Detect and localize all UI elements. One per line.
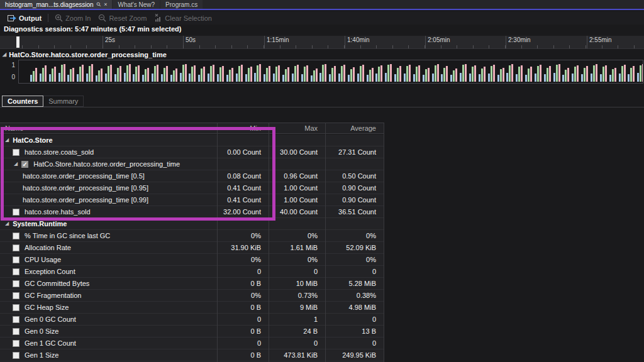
swimlane-header[interactable]: ◢ HatCo.Store.hatco.store.order_processi… bbox=[3, 50, 167, 59]
counter-checkbox[interactable] bbox=[13, 340, 19, 347]
counter-checkbox[interactable] bbox=[13, 268, 19, 275]
histogram-bar bbox=[441, 74, 443, 82]
histogram-bar bbox=[584, 68, 586, 82]
counter-avg-value: 27.31 Count bbox=[325, 148, 380, 156]
counter-max-value: 1.00 Count bbox=[269, 196, 321, 204]
counter-checkbox[interactable] bbox=[13, 256, 19, 263]
counter-max-value: 1 bbox=[269, 315, 321, 323]
y-axis-label-0: 0 bbox=[6, 74, 15, 80]
counter-max-value: 9 MiB bbox=[269, 304, 321, 311]
column-header-name[interactable]: Name bbox=[5, 124, 23, 132]
counter-checkbox[interactable] bbox=[13, 292, 19, 299]
table-group-row[interactable]: ◢HatCo.Store bbox=[0, 134, 384, 146]
column-divider bbox=[325, 123, 326, 362]
counter-checkbox[interactable] bbox=[13, 352, 19, 359]
table-row[interactable]: hatco.store.order_processing_time [0.99]… bbox=[0, 194, 384, 206]
expander-icon[interactable]: ◢ bbox=[5, 221, 9, 226]
counter-checkbox[interactable] bbox=[13, 149, 19, 156]
histogram-bar bbox=[446, 66, 448, 82]
table-row[interactable]: Allocation Rate31.90 KiB1.61 MiB52.09 Ki… bbox=[0, 242, 384, 254]
histogram-cluster bbox=[152, 65, 158, 82]
collapse-icon[interactable]: ◢ bbox=[3, 52, 6, 57]
column-header-min[interactable]: Min bbox=[217, 124, 265, 132]
histogram-bar bbox=[462, 65, 464, 82]
tab-diagsession[interactable]: histogram_man...ts.diagsession ⚲ × bbox=[0, 0, 112, 9]
table-row[interactable]: CPU Usage0%0%0% bbox=[0, 254, 384, 266]
histogram-bar bbox=[275, 67, 277, 82]
table-group-row[interactable]: ◢✓HatCo.Store.hatco.store.order_processi… bbox=[0, 158, 384, 170]
counter-checkbox[interactable] bbox=[13, 304, 19, 311]
table-row[interactable]: Gen 1 GC Count000 bbox=[0, 337, 384, 349]
histogram-bar bbox=[164, 68, 165, 82]
table-row[interactable]: hatco.store.coats_sold0.00 Count30.00 Co… bbox=[0, 146, 384, 158]
swimlane-title: HatCo.Store.hatco.store.order_processing… bbox=[9, 51, 167, 58]
timeline-minor-tick bbox=[264, 45, 264, 48]
zoom-in-label: Zoom In bbox=[65, 14, 91, 22]
reset-zoom-button[interactable]: Reset Zoom bbox=[94, 11, 150, 25]
histogram-plot[interactable] bbox=[18, 60, 643, 84]
table-group-row[interactable]: ◢System.Runtime bbox=[0, 218, 384, 230]
timeline-minor-tick bbox=[521, 45, 522, 48]
counter-checkbox[interactable] bbox=[13, 244, 19, 251]
table-row[interactable]: Gen 0 Size0 B24 B13 B bbox=[0, 326, 384, 337]
table-row[interactable]: Exception Count000 bbox=[0, 266, 384, 278]
table-row[interactable]: GC Heap Size0 B9 MiB4.98 MiB bbox=[0, 302, 384, 314]
counter-min-value: 0.41 Count bbox=[217, 196, 265, 204]
table-row[interactable]: hatco.store.order_processing_time [0.95]… bbox=[0, 182, 384, 194]
histogram-bar bbox=[301, 74, 303, 82]
counter-checkbox[interactable] bbox=[13, 328, 19, 335]
histogram-cluster bbox=[553, 64, 560, 82]
selection-handle[interactable] bbox=[16, 36, 19, 48]
histogram-bar bbox=[460, 73, 462, 82]
pin-icon[interactable]: ⚲ bbox=[95, 1, 102, 8]
counter-checkbox[interactable] bbox=[13, 209, 19, 216]
output-button[interactable]: Output bbox=[4, 11, 45, 25]
table-row[interactable]: hatco.store.order_processing_time [0.5]0… bbox=[0, 170, 384, 182]
timeline-ruler[interactable]: 25s50s1:15min1:40min2:05min2:30min2:55mi… bbox=[0, 36, 644, 49]
histogram-bar bbox=[67, 75, 69, 82]
histogram-bar bbox=[49, 74, 51, 82]
counter-avg-value: 0% bbox=[325, 256, 380, 263]
tab-whats-new[interactable]: What's New? bbox=[113, 0, 160, 9]
counter-avg-value: 13 B bbox=[325, 327, 380, 335]
table-row[interactable]: Gen 0 GC Count010 bbox=[0, 314, 384, 326]
histogram-bar bbox=[437, 64, 439, 82]
timeline-minor-tick bbox=[280, 45, 280, 48]
table-row[interactable]: GC Committed Bytes0 B10 MiB5.28 MiB bbox=[0, 278, 384, 290]
histogram-bar bbox=[435, 65, 436, 82]
counter-max-value: 24 B bbox=[269, 327, 321, 335]
timeline-minor-tick bbox=[634, 45, 635, 48]
histogram-cluster bbox=[600, 65, 607, 82]
histogram-cluster bbox=[58, 64, 65, 82]
histogram-bar bbox=[285, 69, 287, 82]
column-header-average[interactable]: Average bbox=[325, 124, 380, 132]
clear-selection-button[interactable]: Clear Selection bbox=[150, 11, 216, 25]
tab-counters[interactable]: Counters bbox=[2, 96, 43, 107]
tab-summary[interactable]: Summary bbox=[43, 96, 84, 107]
counter-checkbox-checked[interactable]: ✓ bbox=[21, 161, 28, 168]
histogram-cluster bbox=[423, 68, 430, 82]
column-header-max[interactable]: Max bbox=[269, 124, 321, 132]
timeline-minor-tick bbox=[457, 45, 457, 48]
histogram-bar bbox=[484, 67, 486, 82]
histogram-bar bbox=[425, 69, 427, 82]
table-row[interactable]: % Time in GC since last GC0%0%0% bbox=[0, 230, 384, 242]
timeline-minor-tick bbox=[86, 45, 87, 48]
expander-icon[interactable]: ◢ bbox=[5, 138, 9, 143]
counters-table-header: Name Min Max Average bbox=[0, 123, 384, 134]
counter-name: GC Committed Bytes bbox=[25, 280, 89, 287]
counter-checkbox[interactable] bbox=[13, 233, 19, 239]
close-icon[interactable]: × bbox=[104, 2, 107, 8]
counter-checkbox[interactable] bbox=[13, 280, 19, 287]
table-row[interactable]: Gen 1 Size0 B473.81 KiB249.95 KiB bbox=[0, 349, 384, 361]
table-row[interactable]: GC Fragmentation0%0.73%0.38% bbox=[0, 290, 384, 302]
histogram-bar bbox=[567, 68, 569, 82]
expander-icon[interactable]: ◢ bbox=[14, 162, 18, 167]
counter-checkbox[interactable] bbox=[13, 316, 19, 323]
counter-max-value: 1.00 Count bbox=[269, 184, 321, 192]
histogram-bar bbox=[596, 64, 597, 82]
table-row[interactable]: hatco.store.hats_sold32.00 Count40.00 Co… bbox=[0, 206, 384, 218]
zoom-in-button[interactable]: Zoom In bbox=[51, 11, 94, 25]
histogram-bar bbox=[404, 74, 406, 82]
tab-program-cs[interactable]: Program.cs bbox=[160, 0, 203, 9]
